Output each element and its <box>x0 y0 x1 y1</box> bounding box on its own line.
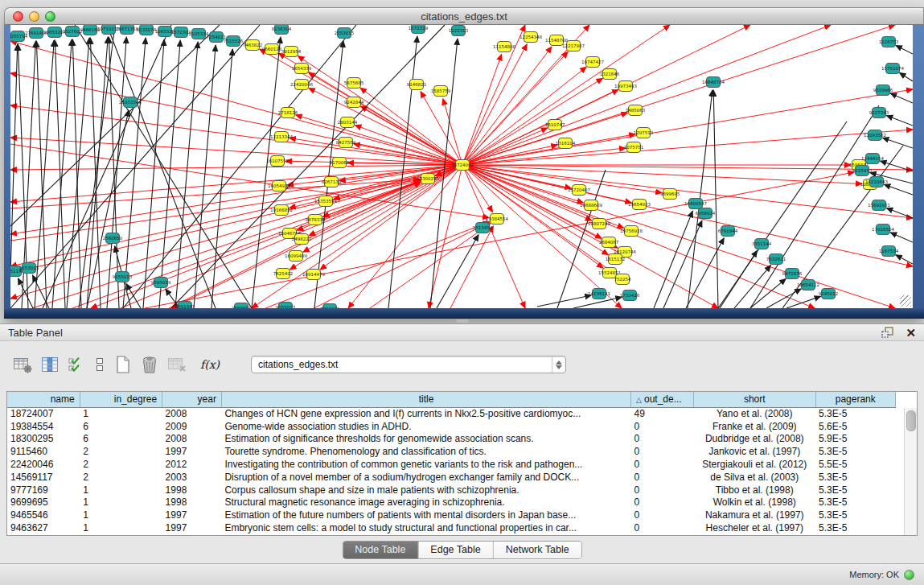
graph-node[interactable]: 1733426 <box>620 290 640 301</box>
graph-node[interactable]: 12093582 <box>864 130 886 141</box>
graph-node[interactable]: 6958924 <box>696 208 716 219</box>
graph-node[interactable]: 11154808 <box>493 42 515 52</box>
graph-node[interactable]: 1572302 <box>171 27 191 38</box>
graph-node[interactable]: 16914479 <box>302 270 325 280</box>
graph-node[interactable]: 1122313 <box>449 26 469 36</box>
graph-node[interactable]: 6791944 <box>718 226 738 237</box>
row-height-icon[interactable] <box>94 356 105 373</box>
table-row[interactable]: 1830029562008Estimation of significance … <box>7 433 896 446</box>
graph-node[interactable]: 16671358 <box>116 25 138 35</box>
graph-node[interactable]: 10654112 <box>797 280 819 290</box>
tab-edge-table[interactable]: Edge Table <box>417 542 492 558</box>
tab-network-table[interactable]: Network Table <box>493 542 581 558</box>
table-row[interactable]: 969969511998Structural magnetic resonanc… <box>7 496 896 509</box>
graph-node[interactable]: 19756928 <box>620 226 643 237</box>
graph-node[interactable]: 3912954 <box>281 47 302 57</box>
table-row[interactable]: 1872400712008Changes of HCN gene express… <box>7 407 896 420</box>
graph-node[interactable]: 7625402 <box>273 269 294 279</box>
table-row[interactable]: 1456911722003Disruption of a novel membe… <box>7 471 896 484</box>
graph-node[interactable]: 2718126 <box>278 108 298 118</box>
column-header-title[interactable]: title <box>221 392 630 407</box>
graph-node[interactable]: 10747427 <box>581 57 604 68</box>
column-header-out_de[interactable]: △out_de... <box>631 392 694 407</box>
graph-node[interactable]: 2053015 <box>19 263 39 274</box>
graph-node[interactable]: 9329966 <box>873 85 893 96</box>
memory-status-icon[interactable] <box>904 570 914 580</box>
graph-node[interactable]: 1075751 <box>624 142 644 153</box>
graph-node[interactable]: 1572319 <box>409 25 429 34</box>
delete-trash-icon[interactable] <box>141 355 158 374</box>
window-titlebar[interactable]: citations_edges.txt <box>4 7 924 25</box>
graph-node[interactable]: 8471876 <box>782 269 803 279</box>
table-scrollbar[interactable] <box>904 408 917 535</box>
graph-node[interactable]: 15751074 <box>881 64 904 74</box>
graph-node[interactable]: 8427552 <box>336 138 356 148</box>
graph-node[interactable]: 9245012 <box>819 289 839 299</box>
graph-node[interactable]: 1527602 <box>63 27 83 37</box>
graph-node[interactable]: 1170062 <box>330 158 350 168</box>
graph-node[interactable]: 8133074 <box>137 25 157 35</box>
graph-node[interactable]: 16107552 <box>266 156 289 167</box>
graph-node[interactable]: 8267130 <box>322 177 342 187</box>
select-rows-icon[interactable] <box>68 356 85 373</box>
float-panel-icon[interactable] <box>881 327 894 339</box>
graph-node[interactable]: 16400547 <box>684 199 707 209</box>
graph-node[interactable]: 8136304 <box>272 25 292 35</box>
table-row[interactable]: 946362711997Embryonic stem cells: a mode… <box>7 521 896 534</box>
table-mode-icon[interactable] <box>13 356 32 373</box>
graph-node[interactable]: 12254348 <box>519 32 542 43</box>
network-table-select[interactable]: citations_edges.txt <box>251 356 566 373</box>
table-row[interactable]: 2242004622012Investigating the contribut… <box>7 458 896 471</box>
delete-table-icon[interactable] <box>167 356 187 373</box>
graph-node[interactable]: 9227343 <box>869 108 889 118</box>
graph-node[interactable]: 752254 <box>614 274 631 285</box>
graph-node[interactable]: 1297513 <box>634 128 654 138</box>
column-header-year[interactable]: year <box>162 392 222 407</box>
table-row[interactable]: 1938455462009Genome-wide association stu… <box>7 420 896 433</box>
graph-node[interactable]: 16099489 <box>285 251 307 262</box>
graph-node[interactable]: 7515526 <box>224 36 244 47</box>
graph-node[interactable]: 12213344 <box>270 132 293 142</box>
graph-node[interactable]: 2053015 <box>335 28 355 39</box>
graph-node[interactable]: 14136141 <box>588 289 610 299</box>
graph-node[interactable]: 9055013 <box>113 272 133 282</box>
graph-node[interactable]: 1610747 <box>545 120 565 130</box>
table-row[interactable]: 977716911998Corpus callosum shape and si… <box>7 484 896 496</box>
graph-node[interactable]: 1316104 <box>556 138 576 149</box>
graph-node[interactable]: 9146821 <box>407 80 427 90</box>
column-header-name[interactable]: name <box>7 392 80 407</box>
table-scrollbar-thumb[interactable] <box>906 410 916 431</box>
graph-node[interactable]: 3351144 <box>752 239 772 249</box>
graph-node[interactable]: 2498222 <box>292 234 312 245</box>
close-panel-icon[interactable]: ✕ <box>906 327 916 339</box>
graph-node[interactable]: 5875685 <box>344 78 364 89</box>
graph-node[interactable]: 10688609 <box>580 200 602 211</box>
table-row[interactable]: 911546021997Tourette syndrome. Phenomeno… <box>7 445 896 458</box>
graph-node[interactable]: 2684067 <box>599 237 619 248</box>
resize-grip[interactable] <box>900 295 911 307</box>
network-graph[interactable]: 1872400718300295193845549055714276914061… <box>10 25 913 308</box>
graph-node[interactable]: 9242844 <box>344 97 364 108</box>
table-row[interactable]: 946554611997Estimation of the future num… <box>7 509 896 521</box>
show-column-icon[interactable] <box>41 356 59 373</box>
tab-node-table[interactable]: Node Table <box>343 542 417 558</box>
new-document-icon[interactable] <box>114 355 132 374</box>
graph-node[interactable]: 1321646 <box>600 69 620 80</box>
graph-node[interactable]: 7463822 <box>243 40 263 51</box>
column-header-in_degree[interactable]: in_degree <box>80 392 162 407</box>
graph-node[interactable]: 1585759 <box>431 86 451 97</box>
graph-node[interactable]: 8215953 <box>852 166 873 176</box>
column-header-pagerank[interactable]: pagerank <box>815 392 895 407</box>
function-builder-icon[interactable]: f(x) <box>200 358 220 371</box>
graph-node[interactable]: 1615132 <box>606 254 626 265</box>
network-canvas[interactable]: 1872400718300295193845549055714276914061… <box>10 25 913 308</box>
panel-divider-handle[interactable] <box>456 319 469 323</box>
graph-node[interactable]: 1654339 <box>292 64 312 74</box>
graph-node[interactable]: 19654923 <box>628 200 651 210</box>
graph-node[interactable]: 1691447 <box>175 302 195 309</box>
graph-node[interactable]: 7632621 <box>766 254 786 265</box>
graph-node[interactable]: 15720407 <box>568 185 590 196</box>
column-header-short[interactable]: short <box>693 392 815 407</box>
graph-node[interactable]: 15692931 <box>868 200 890 211</box>
graph-node[interactable]: 16648784 <box>702 77 725 88</box>
